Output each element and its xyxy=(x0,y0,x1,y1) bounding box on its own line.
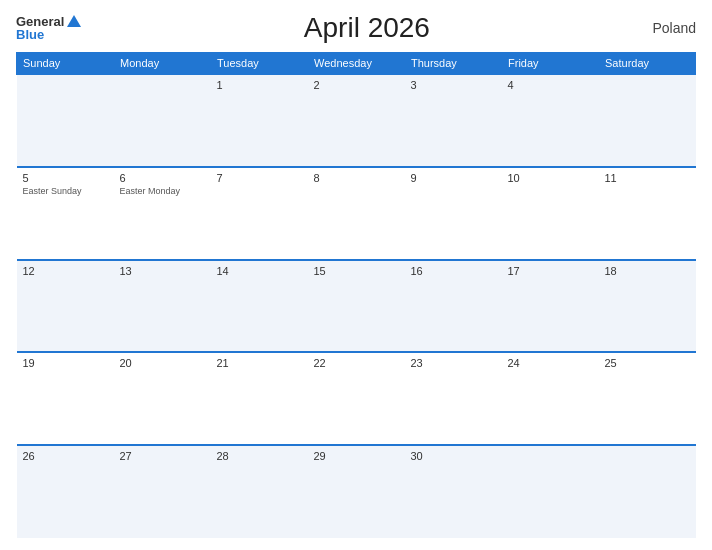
calendar-day-cell: 15 xyxy=(308,260,405,353)
day-number: 27 xyxy=(120,450,205,462)
day-number: 16 xyxy=(411,265,496,277)
calendar-day-cell: 25 xyxy=(599,352,696,445)
calendar-day-cell: 6Easter Monday xyxy=(114,167,211,260)
day-number: 17 xyxy=(508,265,593,277)
calendar-day-cell: 22 xyxy=(308,352,405,445)
calendar-day-cell xyxy=(599,445,696,538)
day-number: 2 xyxy=(314,79,399,91)
day-number: 30 xyxy=(411,450,496,462)
calendar-day-cell: 10 xyxy=(502,167,599,260)
day-number: 1 xyxy=(217,79,302,91)
day-number: 14 xyxy=(217,265,302,277)
calendar-day-cell: 23 xyxy=(405,352,502,445)
calendar-title: April 2026 xyxy=(304,12,430,44)
calendar-day-cell xyxy=(599,74,696,167)
day-number: 26 xyxy=(23,450,108,462)
logo-triangle-icon xyxy=(67,15,81,27)
calendar-day-cell: 28 xyxy=(211,445,308,538)
calendar-day-cell: 27 xyxy=(114,445,211,538)
calendar-week-row: 5Easter Sunday6Easter Monday7891011 xyxy=(17,167,696,260)
calendar-day-cell: 3 xyxy=(405,74,502,167)
day-number: 3 xyxy=(411,79,496,91)
day-number: 11 xyxy=(605,172,690,184)
calendar-day-cell: 12 xyxy=(17,260,114,353)
day-number: 15 xyxy=(314,265,399,277)
calendar-day-cell: 11 xyxy=(599,167,696,260)
calendar-week-row: 2627282930 xyxy=(17,445,696,538)
day-number: 28 xyxy=(217,450,302,462)
day-number: 19 xyxy=(23,357,108,369)
country-label: Poland xyxy=(652,20,696,36)
holiday-label: Easter Monday xyxy=(120,186,205,196)
holiday-label: Easter Sunday xyxy=(23,186,108,196)
calendar-day-cell: 19 xyxy=(17,352,114,445)
day-number: 21 xyxy=(217,357,302,369)
day-of-week-header: Friday xyxy=(502,53,599,75)
calendar-day-cell: 17 xyxy=(502,260,599,353)
calendar-day-cell: 5Easter Sunday xyxy=(17,167,114,260)
calendar-table: SundayMondayTuesdayWednesdayThursdayFrid… xyxy=(16,52,696,538)
calendar-day-cell: 16 xyxy=(405,260,502,353)
day-number: 24 xyxy=(508,357,593,369)
day-number: 5 xyxy=(23,172,108,184)
day-number: 13 xyxy=(120,265,205,277)
calendar-day-cell: 7 xyxy=(211,167,308,260)
day-of-week-header: Thursday xyxy=(405,53,502,75)
calendar-day-cell: 8 xyxy=(308,167,405,260)
calendar-header-row: SundayMondayTuesdayWednesdayThursdayFrid… xyxy=(17,53,696,75)
header: General Blue April 2026 Poland xyxy=(16,12,696,44)
calendar-week-row: 12131415161718 xyxy=(17,260,696,353)
calendar-day-cell: 20 xyxy=(114,352,211,445)
day-number: 18 xyxy=(605,265,690,277)
calendar-day-cell: 30 xyxy=(405,445,502,538)
calendar-day-cell: 26 xyxy=(17,445,114,538)
day-of-week-header: Sunday xyxy=(17,53,114,75)
calendar-day-cell xyxy=(114,74,211,167)
day-number: 9 xyxy=(411,172,496,184)
calendar-day-cell: 13 xyxy=(114,260,211,353)
day-number: 12 xyxy=(23,265,108,277)
calendar-day-cell: 21 xyxy=(211,352,308,445)
calendar-day-cell: 9 xyxy=(405,167,502,260)
day-of-week-header: Tuesday xyxy=(211,53,308,75)
day-number: 22 xyxy=(314,357,399,369)
day-number: 23 xyxy=(411,357,496,369)
day-of-week-header: Monday xyxy=(114,53,211,75)
calendar-page: General Blue April 2026 Poland SundayMon… xyxy=(0,0,712,550)
calendar-day-cell: 4 xyxy=(502,74,599,167)
calendar-day-cell xyxy=(17,74,114,167)
calendar-day-cell xyxy=(502,445,599,538)
calendar-week-row: 19202122232425 xyxy=(17,352,696,445)
calendar-week-row: 1234 xyxy=(17,74,696,167)
calendar-day-cell: 2 xyxy=(308,74,405,167)
day-number: 25 xyxy=(605,357,690,369)
calendar-day-cell: 14 xyxy=(211,260,308,353)
day-number: 8 xyxy=(314,172,399,184)
day-number: 20 xyxy=(120,357,205,369)
day-number: 29 xyxy=(314,450,399,462)
day-of-week-header: Saturday xyxy=(599,53,696,75)
day-number: 7 xyxy=(217,172,302,184)
day-number: 6 xyxy=(120,172,205,184)
calendar-day-cell: 24 xyxy=(502,352,599,445)
calendar-body: 12345Easter Sunday6Easter Monday78910111… xyxy=(17,74,696,538)
calendar-day-cell: 1 xyxy=(211,74,308,167)
calendar-day-cell: 29 xyxy=(308,445,405,538)
logo: General Blue xyxy=(16,15,81,41)
day-of-week-header: Wednesday xyxy=(308,53,405,75)
calendar-day-cell: 18 xyxy=(599,260,696,353)
logo-blue-text: Blue xyxy=(16,28,44,41)
day-number: 10 xyxy=(508,172,593,184)
day-number: 4 xyxy=(508,79,593,91)
